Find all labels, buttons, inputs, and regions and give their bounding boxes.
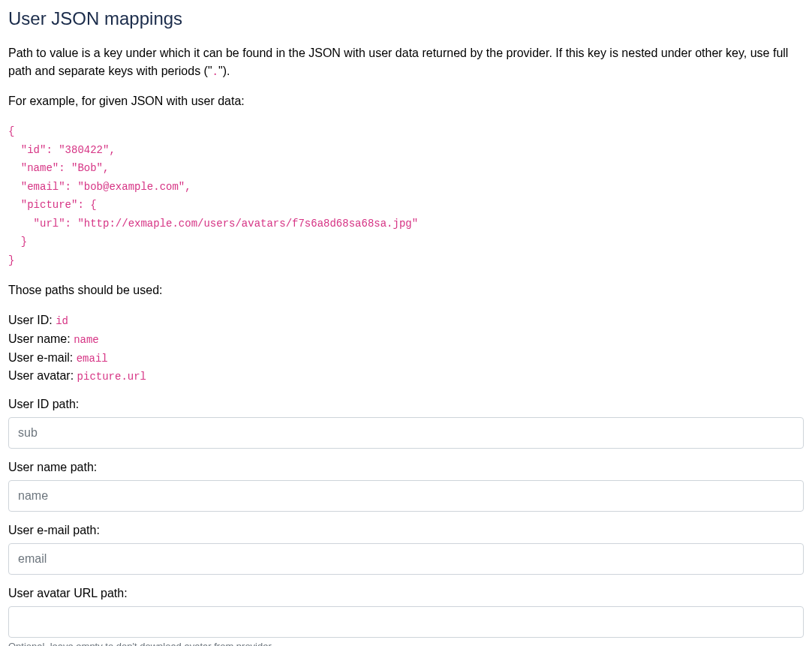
user-avatar-path-label: User avatar URL path: bbox=[8, 587, 804, 600]
user-email-path-label: User e-mail path: bbox=[8, 524, 804, 537]
paths-intro: Those paths should be used: bbox=[8, 281, 804, 299]
period-code: . bbox=[212, 66, 218, 78]
user-avatar-help-text: Optional, leave empty to don't download … bbox=[8, 641, 804, 646]
mapping-label: User ID: bbox=[8, 314, 56, 326]
mapping-label: User avatar: bbox=[8, 369, 77, 382]
mapping-row-user-name: User name: name bbox=[8, 330, 804, 349]
form-group-user-id: User ID path: bbox=[8, 398, 804, 449]
section-title: User JSON mappings bbox=[8, 8, 804, 29]
intro-text-before: Path to value is a key under which it ca… bbox=[8, 47, 788, 77]
mapping-code: email bbox=[77, 353, 108, 365]
user-id-path-input[interactable] bbox=[8, 417, 804, 449]
form-group-user-email: User e-mail path: bbox=[8, 524, 804, 575]
mapping-code: picture.url bbox=[77, 371, 146, 383]
mapping-code: id bbox=[56, 315, 68, 327]
example-intro: For example, for given JSON with user da… bbox=[8, 92, 804, 110]
mapping-code: name bbox=[74, 334, 99, 346]
intro-text-after: "). bbox=[218, 65, 230, 77]
user-email-path-input[interactable] bbox=[8, 543, 804, 575]
mapping-label: User name: bbox=[8, 332, 74, 345]
mapping-row-user-avatar: User avatar: picture.url bbox=[8, 367, 804, 386]
form-group-user-avatar: User avatar URL path: Optional, leave em… bbox=[8, 587, 804, 646]
user-id-path-label: User ID path: bbox=[8, 398, 804, 411]
mapping-row-user-email: User e-mail: email bbox=[8, 349, 804, 368]
user-avatar-path-input[interactable] bbox=[8, 606, 804, 638]
mapping-label: User e-mail: bbox=[8, 351, 77, 364]
mapping-list: User ID: id User name: name User e-mail:… bbox=[8, 311, 804, 386]
mapping-row-user-id: User ID: id bbox=[8, 311, 804, 330]
form-group-user-name: User name path: bbox=[8, 461, 804, 512]
user-name-path-label: User name path: bbox=[8, 461, 804, 474]
intro-paragraph: Path to value is a key under which it ca… bbox=[8, 44, 804, 80]
example-json-block: { "id": "380422", "name": "Bob", "email"… bbox=[8, 122, 804, 269]
user-name-path-input[interactable] bbox=[8, 480, 804, 512]
